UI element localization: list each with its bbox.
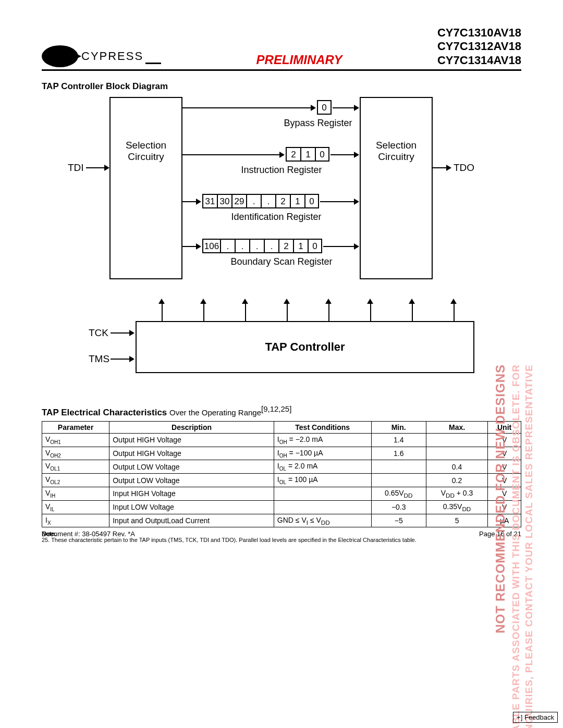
preliminary-label: PRELIMINARY [161, 53, 437, 67]
reg-cell: . [246, 194, 261, 208]
cell-max: 0.35VDD [426, 500, 487, 514]
identification-register: 31 30 29 . . 2 1 0 [202, 194, 319, 208]
cell-parameter: VIL [42, 500, 109, 514]
doc-number: Document #: 38-05497 Rev. *A [42, 530, 135, 538]
cell-parameter: VOL2 [42, 474, 109, 487]
cell-conditions [274, 487, 371, 501]
reg-cell: 29 [231, 194, 246, 208]
cell-conditions: IOH = −100 µA [274, 447, 371, 460]
tap-block-diagram: TDI SelectionCircuitry SelectionCircuitr… [68, 97, 495, 389]
reg-cell: . [220, 239, 235, 253]
reg-cell: 0 [304, 194, 319, 208]
cell-min [371, 474, 426, 487]
cell-description: Input HIGH Voltage [109, 487, 274, 501]
cypress-logo: CYPRESS [42, 45, 143, 67]
th-min: Min. [371, 421, 426, 433]
reg-cell: 2 [286, 147, 300, 162]
table-refs: [9,12,25] [261, 404, 291, 413]
reg-cell: 106 [202, 239, 220, 253]
logo-text: CYPRESS [81, 50, 143, 63]
cell-max: 0.4 [426, 460, 487, 474]
logo-icon [42, 45, 78, 67]
th-parameter: Parameter [42, 421, 109, 433]
boundary-scan-register-label: Boundary Scan Register [214, 256, 349, 267]
identification-register-label: Identification Register [214, 212, 339, 223]
th-test-conditions: Test Conditions [274, 421, 371, 433]
th-max: Max. [426, 421, 487, 433]
cell-parameter: IX [42, 514, 109, 527]
tdo-label: TDO [454, 162, 474, 174]
table-row: VOH2Output HIGH VoltageIOH = −100 µA1.6V [42, 447, 521, 460]
cell-min: 0.65VDD [371, 487, 426, 501]
cell-parameter: VIH [42, 487, 109, 501]
table-row: VOH1Output HIGH VoltageIOH = −2.0 mA1.4V [42, 433, 521, 447]
part-number: CY7C1310AV18 [437, 26, 521, 40]
cell-max [426, 447, 487, 460]
cell-min: 1.6 [371, 447, 426, 460]
part-numbers: CY7C1310AV18 CY7C1312AV18 CY7C1314AV18 [437, 26, 521, 67]
watermark-obsolete-2: REPLACEMENT PART INQUIRIES, PLEASE CONTA… [523, 364, 535, 729]
th-description: Description [109, 421, 274, 433]
tap-controller-box: TAP Controller [136, 321, 474, 373]
reg-cell: . [261, 194, 275, 208]
cell-conditions: IOL = 100 µA [274, 474, 371, 487]
feedback-button[interactable]: +] Feedback [513, 712, 558, 723]
cell-conditions: GND ≤ VI ≤ VDD [274, 514, 371, 527]
cell-description: Input and OutputLoad Current [109, 514, 274, 527]
reg-cell: 0 [308, 239, 322, 253]
cell-min [371, 460, 426, 474]
cell-parameter: VOL1 [42, 460, 109, 474]
cell-max: 5 [426, 514, 487, 527]
cell-conditions [274, 500, 371, 514]
reg-cell: 0 [317, 100, 332, 115]
header-rule [145, 63, 161, 64]
cell-description: Input LOW Voltage [109, 500, 274, 514]
boundary-scan-register: 106 . . . . 2 1 0 [202, 239, 322, 253]
reg-cell: 1 [300, 147, 315, 162]
reg-cell: 31 [202, 194, 217, 208]
tms-label: TMS [89, 353, 109, 365]
part-number: CY7C1314AV18 [437, 54, 521, 67]
electrical-characteristics-table: Parameter Description Test Conditions Mi… [42, 421, 521, 528]
page-footer: Document #: 38-05497 Rev. *A Page 16 of … [42, 530, 521, 538]
selection-right-label: SelectionCircuitry [361, 140, 432, 163]
cell-max: VDD + 0.3 [426, 487, 487, 501]
cell-description: Output HIGH Voltage [109, 433, 274, 447]
reg-cell: 2 [278, 239, 293, 253]
cell-min: 1.4 [371, 433, 426, 447]
selection-circuitry-right: SelectionCircuitry [360, 97, 433, 279]
cell-parameter: VOH1 [42, 433, 109, 447]
reg-cell: 0 [315, 147, 329, 162]
cell-max [426, 433, 487, 447]
reg-cell: 1 [293, 239, 308, 253]
cell-description: Output LOW Voltage [109, 474, 274, 487]
reg-cell: 2 [275, 194, 290, 208]
cell-description: Output LOW Voltage [109, 460, 274, 474]
table-subtitle: Over the Operating Range [169, 408, 261, 417]
cell-min: −5 [371, 514, 426, 527]
cell-min: −0.3 [371, 500, 426, 514]
bypass-register: 0 [317, 100, 332, 115]
cell-max: 0.2 [426, 474, 487, 487]
tap-controller-label: TAP Controller [137, 340, 473, 354]
table-title-main: TAP Electrical Characteristics [42, 408, 167, 417]
cell-conditions: IOH = −2.0 mA [274, 433, 371, 447]
page-header: CYPRESS PRELIMINARY CY7C1310AV18 CY7C131… [42, 26, 521, 71]
table-row: VILInput LOW Voltage−0.30.35VDDV [42, 500, 521, 514]
selection-left-label: SelectionCircuitry [111, 140, 181, 163]
selection-circuitry-left: SelectionCircuitry [109, 97, 182, 279]
reg-cell: . [264, 239, 278, 253]
diagram-title: TAP Controller Block Diagram [42, 81, 521, 92]
tck-label: TCK [89, 327, 108, 339]
reg-cell: 1 [290, 194, 304, 208]
cell-conditions: IOL = 2.0 mA [274, 460, 371, 474]
table-row: VIHInput HIGH Voltage0.65VDDVDD + 0.3V [42, 487, 521, 501]
table-header-row: Parameter Description Test Conditions Mi… [42, 421, 521, 433]
cell-parameter: VOH2 [42, 447, 109, 460]
table-row: IXInput and OutputLoad CurrentGND ≤ VI ≤… [42, 514, 521, 527]
table-title: TAP Electrical Characteristics Over the … [42, 404, 521, 418]
bypass-register-label: Bypass Register [266, 118, 370, 129]
table-row: VOL2Output LOW VoltageIOL = 100 µA0.2V [42, 474, 521, 487]
watermark-obsolete-1: ONE OR MORE ORDERABLE PARTS ASSOCIATED W… [510, 364, 522, 729]
part-number: CY7C1312AV18 [437, 40, 521, 53]
